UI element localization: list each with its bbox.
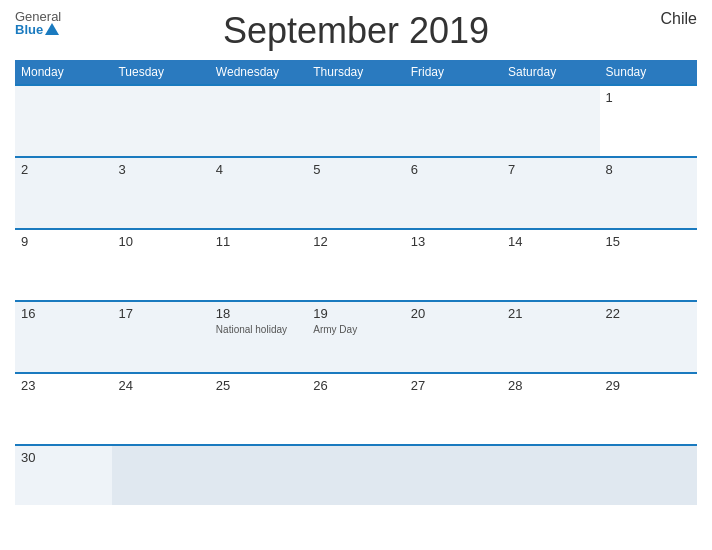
day-cell: 10 [112, 229, 209, 301]
day-number: 30 [21, 450, 106, 465]
day-cell: 3 [112, 157, 209, 229]
day-cell [405, 85, 502, 157]
logo: General Blue [15, 10, 61, 36]
day-number: 27 [411, 378, 496, 393]
calendar-title: September 2019 [223, 10, 489, 52]
day-number: 22 [606, 306, 691, 321]
day-number: 3 [118, 162, 203, 177]
header-tuesday: Tuesday [112, 60, 209, 85]
day-number: 1 [606, 90, 691, 105]
week-row-4: 161718National holiday19Army Day202122 [15, 301, 697, 373]
day-number: 11 [216, 234, 301, 249]
day-cell [15, 85, 112, 157]
logo-triangle-icon [45, 23, 59, 35]
day-cell [112, 85, 209, 157]
week-row-6: 30 [15, 445, 697, 505]
day-cell: 29 [600, 373, 697, 445]
holiday-label: Army Day [313, 323, 398, 336]
day-cell: 9 [15, 229, 112, 301]
day-cell: 5 [307, 157, 404, 229]
day-number: 21 [508, 306, 593, 321]
day-number: 25 [216, 378, 301, 393]
header-friday: Friday [405, 60, 502, 85]
day-cell [502, 85, 599, 157]
day-cell: 19Army Day [307, 301, 404, 373]
day-number: 28 [508, 378, 593, 393]
country-label: Chile [661, 10, 697, 28]
week-row-5: 23242526272829 [15, 373, 697, 445]
day-number: 13 [411, 234, 496, 249]
day-number: 4 [216, 162, 301, 177]
day-number: 5 [313, 162, 398, 177]
header-thursday: Thursday [307, 60, 404, 85]
day-number: 16 [21, 306, 106, 321]
day-number: 29 [606, 378, 691, 393]
calendar-container: General Blue September 2019 Chile Monday… [0, 0, 712, 550]
calendar-header: General Blue September 2019 Chile [15, 10, 697, 52]
day-cell: 22 [600, 301, 697, 373]
week-row-1: 1 [15, 85, 697, 157]
day-cell [307, 85, 404, 157]
day-cell: 17 [112, 301, 209, 373]
day-number: 2 [21, 162, 106, 177]
day-cell: 28 [502, 373, 599, 445]
day-cell: 21 [502, 301, 599, 373]
day-number: 9 [21, 234, 106, 249]
header-sunday: Sunday [600, 60, 697, 85]
day-cell: 7 [502, 157, 599, 229]
header-monday: Monday [15, 60, 112, 85]
day-cell: 8 [600, 157, 697, 229]
day-cell [307, 445, 404, 505]
day-cell: 23 [15, 373, 112, 445]
day-cell [112, 445, 209, 505]
day-cell: 1 [600, 85, 697, 157]
day-number: 20 [411, 306, 496, 321]
day-number: 14 [508, 234, 593, 249]
day-cell: 24 [112, 373, 209, 445]
day-number: 8 [606, 162, 691, 177]
header-wednesday: Wednesday [210, 60, 307, 85]
day-number: 6 [411, 162, 496, 177]
day-cell: 16 [15, 301, 112, 373]
day-cell [502, 445, 599, 505]
day-cell: 14 [502, 229, 599, 301]
day-cell: 25 [210, 373, 307, 445]
day-cell: 30 [15, 445, 112, 505]
holiday-label: National holiday [216, 323, 301, 336]
day-cell: 4 [210, 157, 307, 229]
day-cell: 26 [307, 373, 404, 445]
calendar-table: Monday Tuesday Wednesday Thursday Friday… [15, 60, 697, 505]
day-cell: 2 [15, 157, 112, 229]
day-cell: 11 [210, 229, 307, 301]
day-number: 23 [21, 378, 106, 393]
day-number: 18 [216, 306, 301, 321]
day-cell: 15 [600, 229, 697, 301]
week-row-2: 2345678 [15, 157, 697, 229]
day-number: 24 [118, 378, 203, 393]
day-number: 7 [508, 162, 593, 177]
day-cell [210, 445, 307, 505]
day-cell: 6 [405, 157, 502, 229]
day-number: 10 [118, 234, 203, 249]
day-number: 12 [313, 234, 398, 249]
day-cell: 18National holiday [210, 301, 307, 373]
day-cell: 12 [307, 229, 404, 301]
day-cell: 13 [405, 229, 502, 301]
logo-blue-text: Blue [15, 23, 43, 36]
day-number: 15 [606, 234, 691, 249]
weekday-header-row: Monday Tuesday Wednesday Thursday Friday… [15, 60, 697, 85]
day-cell: 20 [405, 301, 502, 373]
week-row-3: 9101112131415 [15, 229, 697, 301]
day-cell: 27 [405, 373, 502, 445]
day-number: 26 [313, 378, 398, 393]
day-cell [600, 445, 697, 505]
day-number: 19 [313, 306, 398, 321]
day-number: 17 [118, 306, 203, 321]
day-cell [210, 85, 307, 157]
header-saturday: Saturday [502, 60, 599, 85]
day-cell [405, 445, 502, 505]
